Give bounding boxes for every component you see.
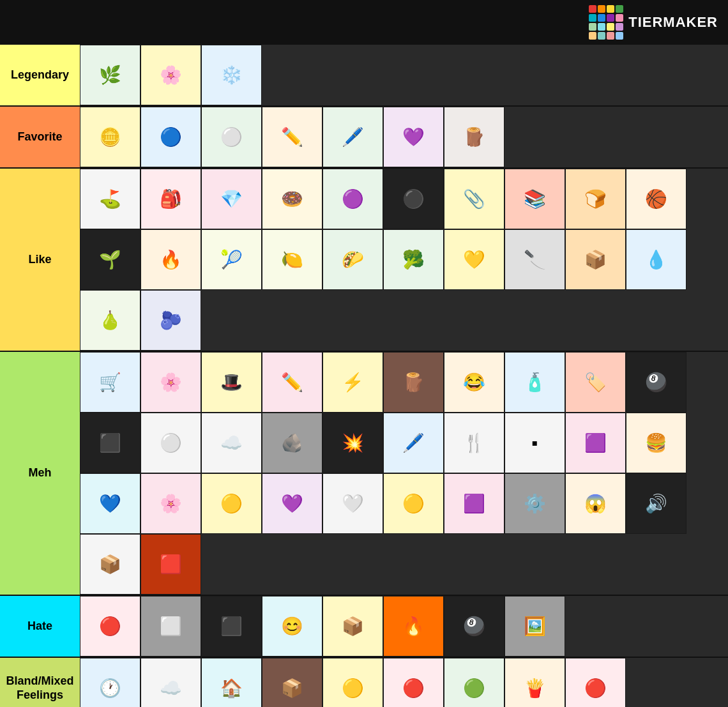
char-emoji-meh-29: 🔊	[626, 474, 686, 533]
char-emoji-like-10: 🌱	[80, 230, 140, 289]
tier-item-hate-5: 🔥	[383, 596, 444, 657]
tier-item-meh-12: ☁️	[201, 413, 262, 473]
tier-label-meh: Meh	[0, 352, 80, 595]
tier-item-like-5: ⚫	[383, 169, 444, 229]
tier-item-meh-5: 🪵	[383, 352, 444, 413]
char-emoji-like-2: 💎	[202, 169, 261, 229]
tier-item-bland-2: 🏠	[201, 658, 262, 707]
tier-item-meh-23: 💜	[262, 473, 322, 534]
char-emoji-meh-0: 🛒	[80, 353, 140, 412]
char-emoji-meh-1: 🌸	[141, 353, 201, 412]
tier-item-favorite-0: 🪙	[80, 107, 140, 167]
tier-item-meh-30: 📦	[80, 534, 140, 595]
tier-item-meh-13: 🪨	[262, 413, 322, 473]
tier-item-like-6: 📎	[444, 169, 504, 229]
char-emoji-meh-21: 🌸	[141, 474, 201, 533]
char-emoji-meh-9: 🎱	[626, 353, 686, 412]
tier-item-meh-7: 🧴	[504, 352, 565, 413]
tier-label-hate: Hate	[0, 596, 80, 657]
tier-item-meh-29: 🔊	[626, 473, 686, 534]
char-emoji-meh-12: ☁️	[202, 413, 261, 473]
tier-item-meh-14: 💥	[322, 413, 383, 473]
char-emoji-meh-30: 📦	[80, 535, 140, 594]
tier-item-favorite-5: 💜	[383, 107, 444, 167]
char-emoji-like-14: 🌮	[323, 230, 383, 289]
tiermaker-logo: TiERMAKER	[589, 5, 718, 40]
tier-item-favorite-6: 🪵	[444, 107, 504, 167]
logo-cell-8	[589, 23, 596, 31]
char-emoji-like-3: 🍩	[262, 169, 322, 229]
logo-grid-icon	[589, 5, 623, 40]
char-emoji-favorite-4: 🖊️	[323, 107, 383, 167]
tier-item-meh-20: 💙	[80, 473, 140, 534]
char-emoji-bland-5: 🔴	[384, 658, 443, 707]
tier-item-hate-1: ⬜	[140, 596, 201, 657]
char-emoji-meh-7: 🧴	[505, 353, 565, 412]
tier-item-hate-0: 🔴	[80, 596, 140, 657]
tier-item-meh-9: 🎱	[626, 352, 686, 413]
tier-item-bland-5: 🔴	[383, 658, 444, 707]
tier-item-like-1: 🎒	[140, 169, 201, 229]
tier-item-bland-7: 🍟	[504, 658, 565, 707]
tier-item-meh-17: ▪️	[504, 413, 565, 473]
logo-cell-14	[607, 32, 614, 40]
tier-table: Legendary🌿🌸❄️Favorite🪙🔵⚪✏️🖊️💜🪵Like⛳🎒💎🍩🟣⚫…	[0, 45, 728, 707]
char-emoji-meh-10: ⬛	[80, 413, 140, 473]
char-emoji-like-21: 🫐	[141, 291, 201, 350]
char-emoji-meh-4: ⚡	[323, 353, 383, 412]
char-emoji-like-11: 🔥	[141, 230, 201, 289]
tier-row-bland: Bland/Mixed Feelings🕐☁️🏠📦🟡🔴🟢🍟🔴	[0, 658, 728, 707]
char-emoji-meh-31: 🟥	[141, 535, 201, 594]
tier-item-meh-0: 🛒	[80, 352, 140, 413]
char-emoji-bland-1: ☁️	[141, 658, 201, 707]
char-emoji-hate-1: ⬜	[141, 597, 201, 656]
tier-item-hate-4: 📦	[322, 596, 383, 657]
logo-cell-11	[616, 23, 623, 31]
char-emoji-like-6: 📎	[444, 169, 504, 229]
logo-cell-10	[607, 23, 614, 31]
tier-items-favorite: 🪙🔵⚪✏️🖊️💜🪵	[80, 107, 728, 167]
char-emoji-legendary-0: 🌿	[80, 45, 140, 105]
tier-item-meh-11: ⚪	[140, 413, 201, 473]
char-emoji-favorite-1: 🔵	[141, 107, 201, 167]
tier-item-meh-2: 🎩	[201, 352, 262, 413]
char-emoji-like-13: 🍋	[262, 230, 322, 289]
tier-item-legendary-1: 🌸	[140, 45, 201, 105]
tier-item-like-18: 📦	[565, 229, 626, 290]
char-emoji-like-9: 🏀	[626, 169, 686, 229]
char-emoji-favorite-6: 🪵	[444, 107, 504, 167]
tier-item-meh-21: 🌸	[140, 473, 201, 534]
tier-row-like: Like⛳🎒💎🍩🟣⚫📎📚🍞🏀🌱🔥🎾🍋🌮🥦💛🔪📦💧🍐🫐	[0, 169, 728, 352]
char-emoji-meh-28: 😱	[566, 474, 625, 533]
logo-cell-1	[598, 5, 605, 13]
char-emoji-hate-7: 🖼️	[505, 597, 565, 656]
tier-item-like-17: 🔪	[504, 229, 565, 290]
char-emoji-favorite-3: ✏️	[262, 107, 322, 167]
char-emoji-hate-4: 📦	[323, 597, 383, 656]
char-emoji-meh-15: 🖊️	[384, 413, 443, 473]
tier-items-legendary: 🌿🌸❄️	[80, 45, 728, 105]
tier-item-like-15: 🥦	[383, 229, 444, 290]
logo-cell-15	[616, 32, 623, 40]
char-emoji-like-15: 🥦	[384, 230, 443, 289]
tier-item-like-16: 💛	[444, 229, 504, 290]
char-emoji-hate-6: 🎱	[444, 597, 504, 656]
char-emoji-meh-8: 🏷️	[566, 353, 625, 412]
char-emoji-meh-13: 🪨	[262, 413, 322, 473]
tier-item-meh-16: 🍴	[444, 413, 504, 473]
tier-item-meh-28: 😱	[565, 473, 626, 534]
tier-item-like-19: 💧	[626, 229, 686, 290]
tier-item-favorite-2: ⚪	[201, 107, 262, 167]
logo-cell-9	[598, 23, 605, 31]
tier-item-favorite-3: ✏️	[262, 107, 322, 167]
tier-item-meh-24: 🤍	[322, 473, 383, 534]
char-emoji-favorite-5: 💜	[384, 107, 443, 167]
tier-item-bland-4: 🟡	[322, 658, 383, 707]
char-emoji-like-17: 🔪	[505, 230, 565, 289]
tier-row-legendary: Legendary🌿🌸❄️	[0, 45, 728, 107]
tier-item-meh-4: ⚡	[322, 352, 383, 413]
tier-item-bland-3: 📦	[262, 658, 322, 707]
tier-item-like-12: 🎾	[201, 229, 262, 290]
char-emoji-meh-23: 💜	[262, 474, 322, 533]
char-emoji-like-16: 💛	[444, 230, 504, 289]
